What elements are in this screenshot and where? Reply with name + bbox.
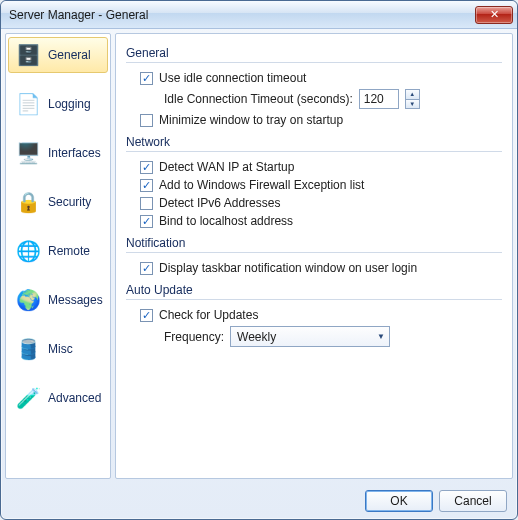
sidebar-item-label: Security [48, 195, 91, 209]
group-general: General ✓ Use idle connection timeout Id… [126, 46, 502, 129]
label-check-updates: Check for Updates [159, 308, 258, 322]
row-ipv6: Detect IPv6 Addresses [126, 194, 502, 212]
row-frequency: Frequency: Weekly ▼ [126, 324, 502, 349]
label-wan: Detect WAN IP at Startup [159, 160, 294, 174]
window-title: Server Manager - General [9, 8, 475, 22]
sidebar-item-remote[interactable]: 🌐Remote [8, 233, 108, 269]
sidebar-item-label: General [48, 48, 91, 62]
select-frequency[interactable]: Weekly ▼ [230, 326, 390, 347]
close-button[interactable]: ✕ [475, 6, 513, 24]
row-check-updates: ✓ Check for Updates [126, 306, 502, 324]
separator [126, 299, 502, 300]
group-network: Network ✓ Detect WAN IP at Startup ✓ Add… [126, 135, 502, 230]
sidebar-item-general[interactable]: 🗄️General [8, 37, 108, 73]
spinner-idle-timeout: ▲ ▼ [405, 89, 420, 109]
sidebar: 🗄️General📄Logging🖥️Interfaces🔒Security🌐R… [5, 33, 111, 479]
row-firewall: ✓ Add to Windows Firewall Exception list [126, 176, 502, 194]
general-icon: 🗄️ [14, 41, 42, 69]
label-minimize: Minimize window to tray on startup [159, 113, 343, 127]
checkbox-firewall[interactable]: ✓ [140, 179, 153, 192]
separator [126, 62, 502, 63]
row-wan: ✓ Detect WAN IP at Startup [126, 158, 502, 176]
sidebar-item-security[interactable]: 🔒Security [8, 184, 108, 220]
row-localhost: ✓ Bind to localhost address [126, 212, 502, 230]
input-idle-timeout[interactable] [359, 89, 399, 109]
sidebar-item-misc[interactable]: 🛢️Misc [8, 331, 108, 367]
label-taskbar: Display taskbar notification window on u… [159, 261, 417, 275]
group-notification: Notification ✓ Display taskbar notificat… [126, 236, 502, 277]
checkbox-use-idle[interactable]: ✓ [140, 72, 153, 85]
sidebar-item-label: Advanced [48, 391, 101, 405]
spinner-down[interactable]: ▼ [405, 99, 420, 110]
checkbox-wan[interactable]: ✓ [140, 161, 153, 174]
sidebar-item-advanced[interactable]: 🧪Advanced [8, 380, 108, 416]
group-title-network: Network [126, 135, 502, 149]
row-taskbar: ✓ Display taskbar notification window on… [126, 259, 502, 277]
label-use-idle: Use idle connection timeout [159, 71, 306, 85]
sidebar-item-label: Messages [48, 293, 103, 307]
select-frequency-value: Weekly [237, 330, 276, 344]
checkbox-check-updates[interactable]: ✓ [140, 309, 153, 322]
sidebar-item-messages[interactable]: 🌍Messages [8, 282, 108, 318]
ok-button[interactable]: OK [365, 490, 433, 512]
sidebar-item-label: Logging [48, 97, 91, 111]
row-minimize: Minimize window to tray on startup [126, 111, 502, 129]
checkbox-minimize[interactable] [140, 114, 153, 127]
interfaces-icon: 🖥️ [14, 139, 42, 167]
checkbox-ipv6[interactable] [140, 197, 153, 210]
content-panel: General ✓ Use idle connection timeout Id… [115, 33, 513, 479]
close-icon: ✕ [490, 8, 499, 21]
misc-icon: 🛢️ [14, 335, 42, 363]
label-localhost: Bind to localhost address [159, 214, 293, 228]
row-idle-timeout: Idle Connection Timeout (seconds): ▲ ▼ [126, 87, 502, 111]
sidebar-item-label: Remote [48, 244, 90, 258]
cancel-button[interactable]: Cancel [439, 490, 507, 512]
advanced-icon: 🧪 [14, 384, 42, 412]
sidebar-item-label: Interfaces [48, 146, 101, 160]
messages-icon: 🌍 [14, 286, 42, 314]
label-frequency: Frequency: [164, 330, 224, 344]
footer: OK Cancel [1, 483, 517, 519]
row-use-idle: ✓ Use idle connection timeout [126, 69, 502, 87]
label-firewall: Add to Windows Firewall Exception list [159, 178, 364, 192]
server-manager-window: Server Manager - General ✕ 🗄️General📄Log… [0, 0, 518, 520]
body: 🗄️General📄Logging🖥️Interfaces🔒Security🌐R… [1, 29, 517, 483]
security-icon: 🔒 [14, 188, 42, 216]
group-auto-update: Auto Update ✓ Check for Updates Frequenc… [126, 283, 502, 349]
checkbox-taskbar[interactable]: ✓ [140, 262, 153, 275]
remote-icon: 🌐 [14, 237, 42, 265]
titlebar[interactable]: Server Manager - General ✕ [1, 1, 517, 29]
sidebar-item-label: Misc [48, 342, 73, 356]
sidebar-item-logging[interactable]: 📄Logging [8, 86, 108, 122]
checkbox-localhost[interactable]: ✓ [140, 215, 153, 228]
label-ipv6: Detect IPv6 Addresses [159, 196, 280, 210]
group-title-general: General [126, 46, 502, 60]
separator [126, 252, 502, 253]
separator [126, 151, 502, 152]
label-idle-timeout: Idle Connection Timeout (seconds): [164, 92, 353, 106]
logging-icon: 📄 [14, 90, 42, 118]
chevron-down-icon: ▼ [377, 332, 385, 341]
sidebar-item-interfaces[interactable]: 🖥️Interfaces [8, 135, 108, 171]
spinner-up[interactable]: ▲ [405, 89, 420, 99]
group-title-notification: Notification [126, 236, 502, 250]
group-title-auto-update: Auto Update [126, 283, 502, 297]
